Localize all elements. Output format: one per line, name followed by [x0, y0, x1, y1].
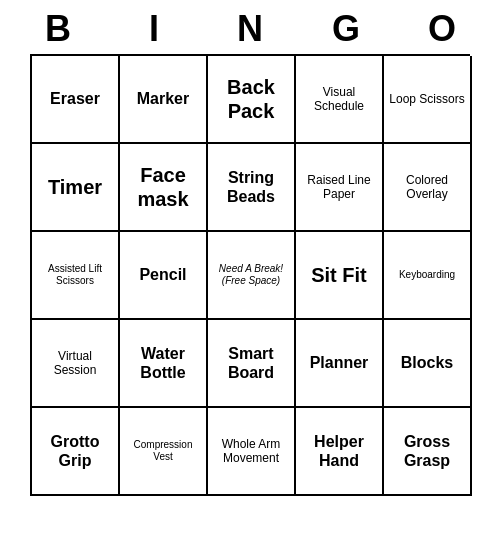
letter-b: B — [14, 8, 102, 50]
bingo-title: B I N G O — [10, 0, 490, 54]
bingo-cell-19: Blocks — [384, 320, 472, 408]
bingo-cell-20: Grotto Grip — [32, 408, 120, 496]
bingo-cell-1: Marker — [120, 56, 208, 144]
bingo-cell-5: Timer — [32, 144, 120, 232]
bingo-cell-18: Planner — [296, 320, 384, 408]
letter-o: O — [398, 8, 486, 50]
letter-i: I — [110, 8, 198, 50]
bingo-cell-10: Assisted Lift Scissors — [32, 232, 120, 320]
bingo-cell-14: Keyboarding — [384, 232, 472, 320]
bingo-cell-15: Virtual Session — [32, 320, 120, 408]
bingo-cell-3: Visual Schedule — [296, 56, 384, 144]
bingo-cell-6: Face mask — [120, 144, 208, 232]
bingo-cell-21: Compression Vest — [120, 408, 208, 496]
bingo-cell-8: Raised Line Paper — [296, 144, 384, 232]
bingo-grid: EraserMarkerBack PackVisual ScheduleLoop… — [30, 54, 470, 496]
bingo-cell-22: Whole Arm Movement — [208, 408, 296, 496]
bingo-cell-0: Eraser — [32, 56, 120, 144]
bingo-cell-4: Loop Scissors — [384, 56, 472, 144]
bingo-cell-12: Need A Break! (Free Space) — [208, 232, 296, 320]
letter-g: G — [302, 8, 390, 50]
bingo-cell-2: Back Pack — [208, 56, 296, 144]
bingo-cell-17: Smart Board — [208, 320, 296, 408]
bingo-cell-7: String Beads — [208, 144, 296, 232]
bingo-cell-16: Water Bottle — [120, 320, 208, 408]
bingo-cell-23: Helper Hand — [296, 408, 384, 496]
bingo-cell-24: Gross Grasp — [384, 408, 472, 496]
bingo-cell-13: Sit Fit — [296, 232, 384, 320]
letter-n: N — [206, 8, 294, 50]
bingo-cell-9: Colored Overlay — [384, 144, 472, 232]
bingo-cell-11: Pencil — [120, 232, 208, 320]
